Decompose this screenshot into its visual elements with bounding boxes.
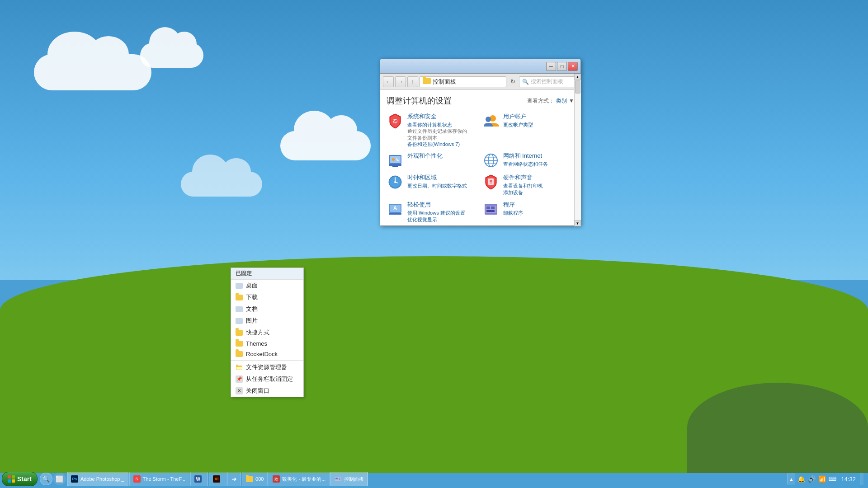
maximize-button[interactable]: □ <box>557 62 567 71</box>
ease-text: 轻松使用 使用 Windows 建议的设置 优化视觉显示 <box>407 201 465 223</box>
programs-sub[interactable]: 卸载程序 <box>503 210 523 216</box>
cloud-3 <box>280 131 371 160</box>
svg-rect-6 <box>389 164 401 166</box>
view-dropdown-icon: ▼ <box>569 98 574 104</box>
folder-000-icon <box>246 476 253 482</box>
show-desktop-button[interactable] <box>860 473 863 485</box>
menu-item-desktop[interactable]: 桌面 <box>231 280 303 291</box>
taskbar-app-folder-label: 000 <box>255 476 264 482</box>
scroll-thumb[interactable] <box>575 80 580 94</box>
folder-nav-icon <box>423 78 431 85</box>
menu-item-pictures[interactable]: 图片 <box>231 315 303 327</box>
unpin-icon: 📌 <box>236 375 243 383</box>
menu-item-unpin[interactable]: 📌 从任务栏取消固定 <box>231 373 303 385</box>
forward-button[interactable]: → <box>395 76 406 87</box>
network-title[interactable]: 网络和 Internet <box>503 152 548 160</box>
clock-time: 14:32 <box>841 476 856 483</box>
menu-item-rocketdock-label: RocketDock <box>246 351 278 357</box>
word-icon: W <box>194 475 202 483</box>
window-scrollbar[interactable]: ▲ ▼ <box>574 74 580 226</box>
ease-sub1[interactable]: 使用 Windows 建议的设置 <box>407 210 465 216</box>
task-view-button[interactable]: ⬜ <box>53 473 66 485</box>
menu-item-themes[interactable]: Themes <box>231 338 303 349</box>
clock-icon <box>387 174 404 191</box>
taskbar-app-zhimeihua[interactable]: 致 致美化 - 最专业的... <box>269 472 330 486</box>
scroll-up-button[interactable]: ▲ <box>575 74 581 80</box>
search-field[interactable]: 🔍 搜索控制面板 <box>519 76 578 87</box>
menu-item-downloads[interactable]: 下载 <box>231 291 303 303</box>
up-button[interactable]: ↑ <box>407 76 418 87</box>
close-button[interactable]: ✕ <box>568 62 578 71</box>
tray-battery-icon: ⌨ <box>828 476 837 482</box>
system-security-desc2: 通过文件历史记录保存你的文件备份副本 <box>407 128 467 141</box>
system-security-desc3[interactable]: 备份和还原(Windows 7) <box>407 141 467 147</box>
clock-text: 时钟和区域 更改日期、时间或数字格式 <box>407 174 467 189</box>
programs-text: 程序 卸载程序 <box>503 201 523 216</box>
taskbar-app-storm[interactable]: S The Storm - TheF... <box>129 472 190 486</box>
menu-item-documents[interactable]: 文档 <box>231 303 303 315</box>
hardware-title[interactable]: 硬件和声音 <box>503 174 543 182</box>
control-panel-window: ─ □ ✕ ← → ↑ 控制面板 ↻ 🔍 搜索控制面板 调整计算机的设 <box>380 59 581 226</box>
address-field[interactable]: 控制面板 <box>420 76 506 87</box>
start-button[interactable]: Start <box>2 472 38 486</box>
menu-item-explorer[interactable]: 文件资源管理器 <box>231 361 303 373</box>
storm-icon: S <box>133 475 141 483</box>
taskbar-search-button[interactable]: 🔍 <box>40 473 52 485</box>
content-header: 调整计算机的设置 查看方式： 类别 ▼ <box>387 95 574 106</box>
view-selector[interactable]: 查看方式： 类别 ▼ <box>527 97 574 105</box>
svg-rect-29 <box>486 206 490 209</box>
svg-rect-36 <box>335 478 338 479</box>
cp-item-clock: 时钟和区域 更改日期、时间或数字格式 <box>387 174 479 196</box>
taskbar-app-ai[interactable]: Ai <box>209 472 226 486</box>
cp-item-programs: 程序 卸载程序 <box>482 201 575 223</box>
refresh-button[interactable]: ↻ <box>508 77 518 87</box>
downloads-folder-icon <box>236 295 243 300</box>
network-icon <box>482 152 500 169</box>
appearance-icon <box>387 152 404 169</box>
clock-title[interactable]: 时钟和区域 <box>407 174 467 182</box>
ease-sub2[interactable]: 优化视觉显示 <box>407 216 465 223</box>
taskbar-app-storm-label: The Storm - TheF... <box>143 476 186 482</box>
programs-title[interactable]: 程序 <box>503 201 523 209</box>
svg-rect-34 <box>236 367 242 370</box>
minimize-button[interactable]: ─ <box>546 62 556 71</box>
svg-rect-38 <box>339 479 340 480</box>
taskbar-app-photoshop[interactable]: Ps Adobe Photoshop _ <box>67 472 128 486</box>
cloud-2 <box>140 43 203 68</box>
user-accounts-title[interactable]: 用户帐户 <box>503 113 533 121</box>
scroll-track <box>575 80 581 220</box>
rocketdock-folder-icon <box>236 351 243 357</box>
menu-item-close-window[interactable]: ✕ 关闭窗口 <box>231 385 303 397</box>
tray-expand-button[interactable]: ▲ <box>787 474 795 484</box>
system-security-title[interactable]: 系统和安全 <box>407 113 467 121</box>
hardware-sub1[interactable]: 查看设备和打印机 <box>503 183 543 189</box>
scroll-down-button[interactable]: ▼ <box>575 220 581 226</box>
taskbar-app-arrow[interactable]: ➜ <box>227 472 241 486</box>
taskbar-app-word[interactable]: W <box>190 472 208 486</box>
appearance-title[interactable]: 外观和个性化 <box>407 152 443 160</box>
ease-title[interactable]: 轻松使用 <box>407 201 465 209</box>
hardware-sub2[interactable]: 添加设备 <box>503 189 543 196</box>
taskbar-app-controlpanel[interactable]: 控制面板 <box>330 472 368 486</box>
user-accounts-sub[interactable]: 更改帐户类型 <box>503 122 533 128</box>
shortcuts-folder-icon <box>236 330 243 336</box>
system-clock[interactable]: 14:32 <box>838 476 859 483</box>
windows-logo <box>8 475 15 483</box>
taskbar-app-folder-000[interactable]: 000 <box>242 472 268 486</box>
network-sub[interactable]: 查看网络状态和任务 <box>503 161 548 168</box>
back-button[interactable]: ← <box>383 76 394 87</box>
menu-item-downloads-label: 下载 <box>246 293 258 301</box>
user-accounts-icon <box>482 113 500 130</box>
clock-sub[interactable]: 更改日期、时间或数字格式 <box>407 183 467 189</box>
svg-rect-31 <box>486 210 495 212</box>
desktop-folder-icon <box>236 283 243 289</box>
documents-folder-icon <box>236 306 243 312</box>
menu-item-rocketdock[interactable]: RocketDock <box>231 349 303 359</box>
hardware-text: 硬件和声音 查看设备和打印机 添加设备 <box>503 174 543 196</box>
menu-item-shortcuts[interactable]: 快捷方式 <box>231 327 303 338</box>
window-content: 调整计算机的设置 查看方式： 类别 ▼ W <box>380 90 580 225</box>
cp-item-hardware: 硬件和声音 查看设备和打印机 添加设备 <box>482 174 575 196</box>
svg-rect-33 <box>236 365 238 366</box>
view-label: 查看方式： <box>527 97 554 105</box>
system-security-desc1[interactable]: 查看你的计算机状态 <box>407 122 467 128</box>
